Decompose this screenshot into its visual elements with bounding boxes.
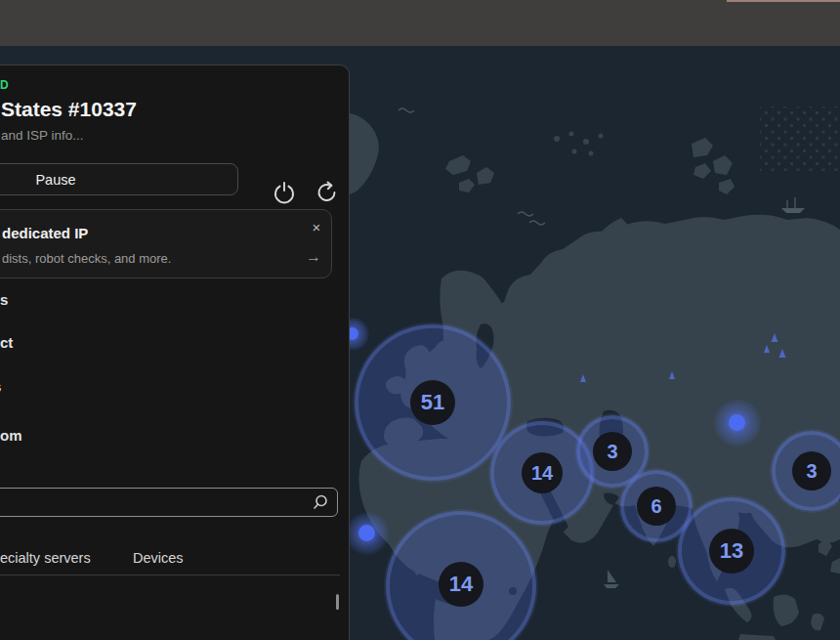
arrow-icon[interactable]: → — [302, 247, 325, 267]
server-dot-mongolia[interactable] — [729, 414, 745, 431]
search-icon — [313, 494, 328, 510]
cluster-badge-east-asia[interactable]: 3 — [792, 451, 831, 491]
tab-devices[interactable]: Devices — [133, 550, 184, 566]
cluster-badge-south-asia[interactable]: 6 — [637, 487, 676, 526]
cluster-badge-central-asia[interactable]: 3 — [593, 432, 632, 471]
cluster-badge-western-europe[interactable]: 51 — [410, 380, 455, 425]
ship-icon — [781, 208, 805, 213]
pause-button[interactable]: Pause — [0, 163, 238, 195]
ship-icon — [787, 197, 795, 208]
halftone-dots-decoration — [760, 107, 840, 171]
cluster-badge-southeast-asia[interactable]: 13 — [709, 529, 754, 574]
connection-status: D — [0, 78, 10, 92]
promo-body: dists, robot checks, and more. — [2, 251, 171, 266]
window-titlebar — [0, 0, 840, 46]
tab-specialty-servers[interactable]: ecialty servers — [0, 550, 91, 566]
power-icon — [272, 180, 297, 205]
disconnect-button[interactable] — [257, 165, 286, 194]
background-window-edge — [727, 0, 840, 2]
scrollbar-thumb[interactable] — [336, 594, 339, 610]
server-subtitle: and ISP info... — [1, 128, 84, 143]
server-dot-west-africa[interactable] — [358, 525, 375, 541]
reconnect-button[interactable] — [300, 165, 329, 194]
waves-icon — [518, 212, 533, 216]
refresh-icon — [315, 180, 340, 205]
cluster-badge-africa[interactable]: 14 — [439, 562, 483, 607]
sailboat-icon — [604, 570, 619, 588]
tabs-divider — [0, 575, 340, 576]
close-icon[interactable]: × — [307, 218, 326, 237]
promo-title: dedicated IP — [2, 225, 88, 241]
dedicated-ip-card: dedicated IP dists, robot checks, and mo… — [0, 209, 332, 278]
menu-item-fragment[interactable]: om — [0, 427, 22, 444]
search-input[interactable] — [0, 488, 338, 517]
menu-item-fragment[interactable]: s — [0, 378, 1, 395]
waves-icon — [529, 221, 545, 225]
menu-item-fragment[interactable]: ct — [0, 334, 13, 351]
waves-icon — [399, 108, 414, 112]
cluster-badge-middle-east[interactable]: 14 — [522, 452, 563, 493]
server-title: States #10337 — [1, 98, 137, 121]
connection-panel: D States #10337 and ISP info... Pause de… — [0, 64, 350, 640]
menu-item-fragment[interactable]: s — [0, 291, 8, 308]
